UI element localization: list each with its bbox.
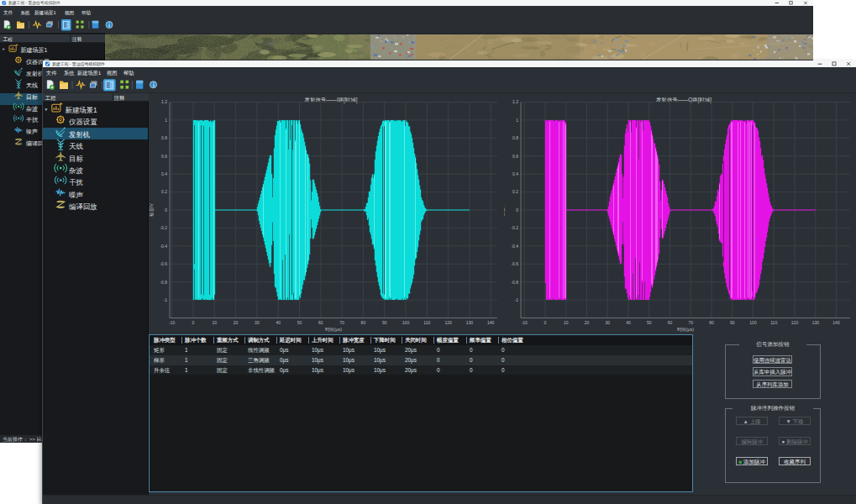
svg-text:天线: 天线 (26, 82, 38, 88)
svg-text:-1: -1 (164, 297, 168, 302)
svg-text:-1: -1 (515, 297, 519, 302)
svg-text:仪器设置: 仪器设置 (69, 118, 97, 126)
svg-text:0: 0 (192, 320, 195, 325)
svg-text:0.8: 0.8 (512, 135, 518, 140)
svg-text:30: 30 (255, 320, 260, 325)
svg-text:-0.8: -0.8 (511, 280, 518, 285)
svg-text:70: 70 (688, 320, 693, 325)
svg-text:60: 60 (668, 320, 673, 325)
svg-text:40: 40 (276, 320, 281, 325)
svg-text:60: 60 (318, 320, 323, 325)
svg-text:1: 1 (165, 118, 167, 123)
svg-text:90: 90 (730, 320, 735, 325)
svg-text:120: 120 (444, 320, 452, 325)
svg-text:新建工程 - 雷达信号模拟软件: 新建工程 - 雷达信号模拟软件 (52, 61, 105, 67)
svg-text:40: 40 (626, 320, 631, 325)
svg-text:0.4: 0.4 (512, 171, 518, 176)
svg-text:-0.6: -0.6 (511, 261, 518, 266)
svg-text:天线: 天线 (69, 142, 83, 150)
svg-text:100: 100 (402, 320, 410, 325)
svg-text:发射机: 发射机 (26, 71, 44, 77)
svg-text:20: 20 (234, 320, 239, 325)
svg-text:50: 50 (647, 320, 652, 325)
svg-text:新建工程 - 雷达信号模拟软件: 新建工程 - 雷达信号模拟软件 (8, 0, 60, 6)
svg-text:新建场景1: 新建场景1 (21, 46, 48, 54)
svg-text:幅度/V: 幅度/V (504, 203, 506, 217)
svg-text:0.2: 0.2 (512, 189, 518, 194)
svg-text:10: 10 (564, 320, 569, 325)
svg-text:发射机: 发射机 (69, 130, 90, 139)
svg-text:干扰: 干扰 (26, 117, 39, 123)
svg-text:110: 110 (423, 320, 430, 325)
svg-text:100: 100 (749, 320, 757, 325)
svg-text:目标: 目标 (26, 94, 38, 101)
svg-text:-0.4: -0.4 (160, 244, 167, 249)
svg-text:0.8: 0.8 (161, 135, 167, 140)
svg-text:130: 130 (466, 320, 474, 325)
svg-text:时间(μs): 时间(μs) (677, 327, 694, 332)
svg-text:-0.2: -0.2 (160, 225, 167, 230)
svg-text:0.6: 0.6 (512, 154, 518, 159)
svg-text:噪声: 噪声 (26, 129, 38, 134)
svg-text:0: 0 (544, 320, 547, 325)
svg-text:80: 80 (361, 320, 366, 325)
svg-text:1.2: 1.2 (512, 99, 518, 104)
svg-text:-0.6: -0.6 (160, 261, 167, 266)
svg-text:幅度/V: 幅度/V (149, 203, 155, 217)
svg-text:杂波: 杂波 (69, 166, 83, 175)
svg-text:1: 1 (516, 118, 518, 123)
svg-text:110: 110 (770, 320, 777, 325)
svg-text:编译回放: 编译回放 (69, 202, 97, 211)
svg-text:140: 140 (487, 320, 495, 325)
svg-text:10: 10 (213, 320, 218, 325)
svg-text:新建场景1: 新建场景1 (66, 106, 98, 114)
svg-text:30: 30 (605, 320, 610, 325)
svg-text:-0.4: -0.4 (511, 244, 518, 249)
svg-text:0.2: 0.2 (161, 189, 167, 194)
svg-text:120: 120 (791, 320, 799, 325)
svg-text:90: 90 (382, 320, 387, 325)
svg-text:杂波: 杂波 (26, 106, 38, 113)
svg-text:-10: -10 (169, 320, 175, 325)
svg-text:0.4: 0.4 (161, 171, 167, 176)
svg-text:1.2: 1.2 (161, 99, 167, 104)
svg-text:140: 140 (832, 320, 840, 325)
svg-text:0: 0 (516, 207, 518, 213)
svg-text:-10: -10 (522, 320, 528, 325)
svg-text:时间(μs): 时间(μs) (325, 327, 342, 332)
svg-text:-0.8: -0.8 (160, 280, 167, 285)
svg-text:目标: 目标 (69, 155, 83, 163)
svg-text:80: 80 (709, 320, 714, 325)
svg-text:噪声: 噪声 (69, 191, 83, 199)
svg-text:干扰: 干扰 (69, 178, 83, 186)
svg-text:-0.2: -0.2 (511, 225, 518, 230)
svg-text:70: 70 (339, 320, 344, 325)
svg-text:0.6: 0.6 (161, 154, 167, 159)
svg-text:130: 130 (812, 320, 820, 325)
svg-text:50: 50 (297, 320, 302, 325)
svg-text:20: 20 (585, 320, 590, 325)
svg-text:0: 0 (165, 207, 167, 213)
